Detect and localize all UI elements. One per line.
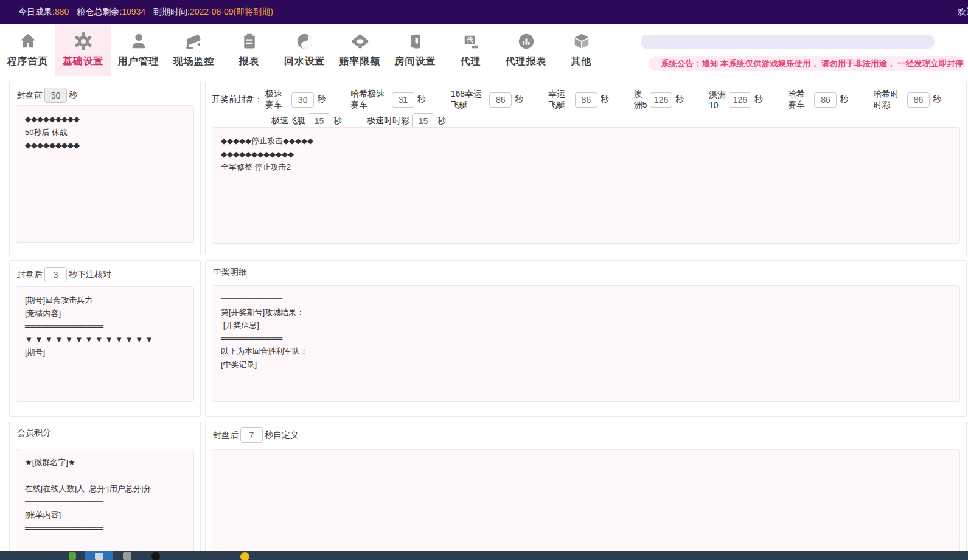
game-close-setting: 哈希极速赛车秒	[350, 89, 426, 111]
panel-post-close-check: 封盘后 秒下注核对 [期号]回合攻击兵力 [竞猜内容] ════════════…	[9, 260, 201, 417]
nav-item-label: 赔率限额	[339, 55, 381, 68]
stat-label: 到期时间:	[153, 7, 190, 16]
home-icon	[18, 32, 38, 51]
game-close-setting: 极速飞艇秒	[271, 113, 342, 128]
game-close-setting: 168幸运飞艇秒	[451, 89, 524, 111]
game-name: 极速飞艇	[271, 116, 305, 126]
nav-item-rebate-settings[interactable]: 回水设置	[277, 24, 332, 76]
seconds-unit-label: 秒	[933, 94, 941, 105]
nav-item-agent[interactable]: 代 代理	[443, 24, 498, 76]
panel-pre-close: 封盘前 秒 ◆◆◆◆◆◆◆◆◆ 50秒后 休战 ◆◆◆◆◆◆◆◆◆	[9, 81, 201, 255]
nav-item-label: 报表	[239, 55, 260, 68]
seconds-unit-label: 秒	[317, 94, 326, 105]
welcome-text: 欢迎	[958, 7, 968, 18]
nav-item-label: 房间设置	[395, 55, 436, 68]
game-seconds-input[interactable]	[392, 92, 414, 108]
taskbar-active-app[interactable]	[85, 551, 113, 560]
user-icon	[128, 32, 149, 51]
report-icon	[239, 32, 260, 51]
game-name: 哈希赛车	[788, 89, 812, 111]
seconds-unit-label: 秒	[437, 116, 446, 126]
top-status-bar: 今日成果:880 粮仓总剩余:10934 到期时间:2022-08-09(即将到…	[0, 0, 968, 24]
game-close-setting: 极速赛车秒	[265, 89, 326, 111]
game-seconds-input[interactable]	[729, 92, 751, 108]
nav-item-label: 代理	[461, 55, 481, 68]
cube-icon	[571, 32, 592, 51]
games-row-2: 极速飞艇秒极速时时彩秒	[206, 113, 966, 128]
nav-item-label: 回水设置	[284, 55, 326, 68]
nav-item-odds-limits[interactable]: 赔率限额	[332, 24, 388, 76]
nav-item-label: 代理报表	[506, 55, 547, 68]
nav-item-user-management[interactable]: 用户管理	[111, 24, 166, 76]
nav-item-agent-reports[interactable]: 代理报表	[498, 24, 554, 76]
game-name: 幸运飞艇	[548, 89, 573, 111]
game-seconds-input[interactable]	[814, 92, 837, 108]
odds-icon	[350, 32, 371, 51]
game-seconds-input[interactable]	[650, 92, 672, 108]
settings-content: 封盘前 秒 ◆◆◆◆◆◆◆◆◆ 50秒后 休战 ◆◆◆◆◆◆◆◆◆ 封盘后 秒下…	[0, 76, 968, 560]
game-seconds-input[interactable]	[489, 92, 512, 108]
seconds-unit-label: 秒	[601, 94, 609, 105]
nav-item-reports[interactable]: 报表	[221, 24, 277, 76]
svg-text:代: 代	[465, 36, 473, 43]
camera-icon	[184, 32, 204, 51]
member-points-title: 会员积分	[17, 427, 51, 438]
pre-close-label-before: 封盘前	[17, 90, 43, 101]
stat-label: 今日成果:	[18, 7, 55, 16]
post-close-custom-seconds-input[interactable]	[240, 427, 263, 443]
stat-value: 2022-08-09(即将到期)	[190, 7, 273, 16]
game-seconds-input[interactable]	[308, 113, 330, 128]
game-name: 极速赛车	[265, 89, 290, 111]
game-name: 哈希时时彩	[873, 89, 905, 111]
post-close-check-seconds-input[interactable]	[44, 267, 67, 282]
seconds-unit-label: 秒	[754, 94, 763, 105]
taskbar-app-icon[interactable]	[69, 552, 76, 560]
pre-close-seconds-input[interactable]	[44, 88, 67, 103]
announcement-text: 系统公告：通知 本系统仅供游戏娱乐使用， 请勿用于非法用途， 一经发现立即封停账…	[661, 58, 964, 69]
stat-today-result: 今日成果:880	[18, 7, 69, 18]
post-close-check-label-after: 秒下注核对	[69, 269, 111, 280]
game-seconds-input[interactable]	[907, 92, 930, 108]
window-icon	[95, 553, 103, 560]
win-detail-textarea[interactable]: ═══════════ 第[开奖期号]攻城结果： [开奖信息] ════════…	[212, 285, 960, 402]
panel-win-detail: 中奖明细 ═══════════ 第[开奖期号]攻城结果： [开奖信息] ═══…	[205, 260, 967, 417]
rebate-icon	[294, 32, 315, 51]
seconds-unit-label: 秒	[840, 94, 848, 105]
nav-item-room-settings[interactable]: 房间设置	[388, 24, 443, 76]
game-seconds-input[interactable]	[412, 113, 434, 128]
pre-draw-close-message-textarea[interactable]: ◆◆◆◆◆停止攻击◆◆◆◆◆ ◆◆◆◆◆◆◆◆◆◆◆◆ 全军修整 停止攻击2	[212, 127, 960, 244]
win-detail-title: 中奖明细	[213, 267, 247, 278]
game-close-setting: 澳洲10秒	[709, 89, 763, 110]
main-nav: 程序首页 基础设置 用户管理	[0, 24, 968, 76]
nav-item-live-monitor[interactable]: 现场监控	[166, 24, 221, 76]
game-name: 极速时时彩	[367, 116, 409, 126]
taskbar-app-icon[interactable]	[151, 552, 160, 560]
search-input[interactable]	[641, 35, 935, 49]
nav-item-other[interactable]: 其他	[554, 24, 609, 76]
post-close-check-textarea[interactable]: [期号]回合攻击兵力 [竞猜内容] ══════════════ ▼ ▼ ▼ ▼…	[16, 286, 194, 402]
taskbar-app-icon[interactable]	[240, 552, 249, 560]
agent-report-icon	[516, 32, 537, 51]
game-seconds-input[interactable]	[291, 92, 314, 108]
nav-item-label: 程序首页	[7, 55, 49, 68]
panel-pre-draw-close: 开奖前封盘： 极速赛车秒哈希极速赛车秒168幸运飞艇秒幸运飞艇秒澳洲5秒澳洲10…	[205, 81, 967, 255]
post-close-custom-label-after: 秒自定义	[265, 430, 299, 441]
post-close-custom-textarea[interactable]	[212, 449, 960, 553]
game-seconds-input[interactable]	[575, 92, 597, 108]
room-icon	[405, 32, 426, 51]
system-announcement: 系统公告：通知 本系统仅供游戏娱乐使用， 请勿用于非法用途， 一经发现立即封停账…	[649, 56, 964, 71]
stat-label: 粮仓总剩余:	[77, 7, 122, 16]
member-points-textarea[interactable]: ★[微群名字]★ 在线[在线人数]人 总分:[用户总分]分 ══════════…	[16, 449, 194, 553]
nav-item-home[interactable]: 程序首页	[0, 24, 55, 76]
nav-item-basic-settings[interactable]: 基础设置	[55, 24, 111, 76]
taskbar-app-icon[interactable]	[123, 552, 131, 560]
game-name: 澳洲10	[709, 89, 726, 110]
pre-close-message-textarea[interactable]: ◆◆◆◆◆◆◆◆◆ 50秒后 休战 ◆◆◆◆◆◆◆◆◆	[16, 105, 194, 243]
panel-post-close-custom: 封盘后 秒自定义	[205, 421, 967, 560]
stat-value: 880	[55, 7, 69, 16]
game-close-setting: 哈希赛车秒	[788, 89, 849, 111]
nav-item-label: 用户管理	[118, 55, 159, 68]
game-close-setting: 澳洲5秒	[634, 89, 684, 111]
agent-icon: 代	[461, 32, 481, 51]
game-name: 澳洲5	[634, 89, 647, 111]
